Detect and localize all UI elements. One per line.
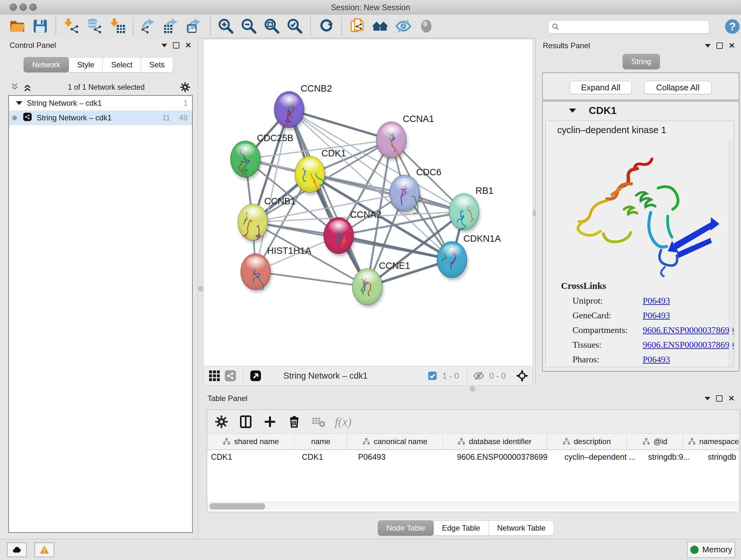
- network-node[interactable]: [241, 253, 272, 293]
- network-edge[interactable]: [339, 236, 452, 260]
- table-panel-close-icon[interactable]: ✕: [728, 395, 735, 402]
- table-panel-collapse-icon[interactable]: [704, 397, 711, 400]
- first-neighbors-button[interactable]: [348, 17, 367, 36]
- table-cell[interactable]: stringdb: [704, 450, 741, 464]
- network-node[interactable]: [352, 268, 384, 307]
- help-button[interactable]: ?: [724, 18, 741, 35]
- table-cell[interactable]: P06493: [354, 450, 453, 464]
- memory-button[interactable]: Memory: [687, 542, 735, 558]
- column-header-canonical-name[interactable]: canonical name: [347, 434, 443, 449]
- table-cell[interactable]: CDK1: [207, 450, 298, 464]
- table-cell[interactable]: stringdb:9...: [644, 450, 704, 464]
- results-vertical-scrollbar[interactable]: [729, 140, 733, 367]
- tab-string[interactable]: String: [623, 54, 660, 69]
- column-header-name[interactable]: name: [294, 434, 347, 449]
- crosslink-link[interactable]: P06493: [643, 310, 670, 320]
- crosslink-link[interactable]: 9606.ENSP00000378699: [643, 325, 734, 335]
- control-panel-close-icon[interactable]: ✕: [185, 42, 192, 49]
- refresh-view-button[interactable]: [317, 17, 336, 36]
- network-node[interactable]: [437, 241, 468, 280]
- network-edge[interactable]: [256, 272, 367, 287]
- network-node[interactable]: [449, 193, 480, 233]
- import-network-database-button[interactable]: [85, 17, 104, 36]
- export-network-button[interactable]: [139, 17, 158, 36]
- results-panel-close-icon[interactable]: ✕: [729, 42, 735, 50]
- export-image-button[interactable]: [185, 17, 204, 36]
- zoom-fit-button[interactable]: [262, 17, 281, 36]
- collapse-all-button[interactable]: Collapse All: [644, 81, 712, 94]
- selected-checkbox-icon[interactable]: [427, 371, 437, 381]
- results-panel-collapse-icon[interactable]: [705, 44, 711, 48]
- network-node[interactable]: [376, 122, 408, 161]
- network-node[interactable]: [324, 217, 355, 256]
- grid-view-icon[interactable]: [208, 369, 221, 382]
- network-edge[interactable]: [289, 110, 367, 287]
- export-table-button[interactable]: [162, 17, 181, 36]
- tree-expander-icon[interactable]: [16, 101, 22, 105]
- column-header-description[interactable]: description: [547, 434, 627, 449]
- collapse-gene-icon[interactable]: [569, 109, 576, 113]
- zoom-selected-button[interactable]: [285, 17, 305, 36]
- scrollbar-thumb[interactable]: [209, 503, 265, 509]
- table-row[interactable]: CDK1CDK1P064939606.ENSP00000378699cyclin…: [207, 450, 739, 464]
- table-panel-float-icon[interactable]: [716, 395, 723, 401]
- hidden-eye-slash-icon[interactable]: [473, 370, 484, 381]
- network-canvas[interactable]: CCNB2CCNA1CDC25BCDK1CDC6RB1CCNB1CCNA2CDK…: [203, 39, 533, 367]
- search-field[interactable]: [548, 20, 710, 34]
- splitter-handle[interactable]: [198, 286, 204, 292]
- open-folder-button[interactable]: [8, 17, 27, 36]
- tab-node-table[interactable]: Node Table: [378, 520, 434, 536]
- network-node[interactable]: [390, 175, 421, 214]
- tab-edge-table[interactable]: Edge Table: [434, 520, 489, 536]
- tab-network[interactable]: Network: [23, 57, 69, 72]
- control-panel-collapse-icon[interactable]: [161, 44, 167, 47]
- search-input[interactable]: [560, 21, 709, 33]
- import-network-file-button[interactable]: [62, 17, 81, 36]
- show-eye-button[interactable]: [417, 17, 436, 36]
- table-cell[interactable]: 9606.ENSP00000378699: [453, 450, 561, 464]
- splitter-handle[interactable]: [470, 386, 475, 391]
- toolbar-separator: [310, 17, 311, 35]
- tab-style[interactable]: Style: [69, 57, 103, 72]
- hide-selected-button[interactable]: [394, 17, 413, 36]
- table-cell[interactable]: CDK1: [298, 450, 354, 464]
- crosslink-link[interactable]: P06493: [643, 354, 670, 365]
- gene-section-header[interactable]: CDK1: [543, 102, 739, 119]
- tree-row-network[interactable]: String Network – cdk1 11 48: [9, 111, 192, 125]
- delete-column-button[interactable]: [284, 413, 304, 430]
- results-panel-float-icon[interactable]: [717, 43, 723, 49]
- network-node[interactable]: [295, 156, 326, 195]
- column-header-database-identifier[interactable]: database identifier: [443, 434, 547, 449]
- fit-crosshair-icon[interactable]: [515, 369, 529, 382]
- tab-network-table[interactable]: Network Table: [489, 520, 554, 536]
- table-settings-button[interactable]: [212, 413, 231, 430]
- crosslink-link[interactable]: P06493: [643, 296, 670, 306]
- network-view-icon[interactable]: [224, 369, 237, 382]
- expand-all-button[interactable]: Expand All: [569, 81, 632, 94]
- tab-sets[interactable]: Sets: [141, 57, 173, 72]
- detach-view-icon[interactable]: [249, 369, 262, 382]
- table-cell[interactable]: cyclin–dependent ...: [561, 450, 644, 464]
- tree-row-collection[interactable]: String Network – cdk1 1: [9, 96, 192, 111]
- column-header-shared-name[interactable]: shared name: [207, 434, 294, 449]
- cloud-button[interactable]: [7, 543, 27, 557]
- home-network-button[interactable]: [371, 17, 390, 36]
- expand-all-networks-icon[interactable]: [21, 81, 34, 94]
- column-header--id[interactable]: @id: [627, 434, 683, 449]
- add-column-button[interactable]: [260, 413, 280, 430]
- control-panel-float-icon[interactable]: [173, 42, 179, 49]
- network-node[interactable]: [274, 91, 306, 130]
- zoom-out-button[interactable]: [239, 17, 259, 36]
- zoom-in-button[interactable]: [216, 17, 235, 36]
- show-columns-button[interactable]: [236, 413, 256, 430]
- tab-select[interactable]: Select: [103, 57, 141, 72]
- network-node[interactable]: [238, 204, 269, 243]
- collapse-all-networks-icon[interactable]: [8, 81, 21, 94]
- save-session-button[interactable]: [30, 17, 50, 36]
- crosslink-link[interactable]: 9606.ENSP00000378699: [643, 340, 734, 350]
- network-options-gear-icon[interactable]: [179, 81, 192, 94]
- import-table-button[interactable]: [108, 17, 127, 36]
- table-horizontal-scrollbar[interactable]: [207, 502, 739, 510]
- column-header-namespace[interactable]: namespace: [683, 434, 741, 449]
- warnings-button[interactable]: [35, 543, 54, 557]
